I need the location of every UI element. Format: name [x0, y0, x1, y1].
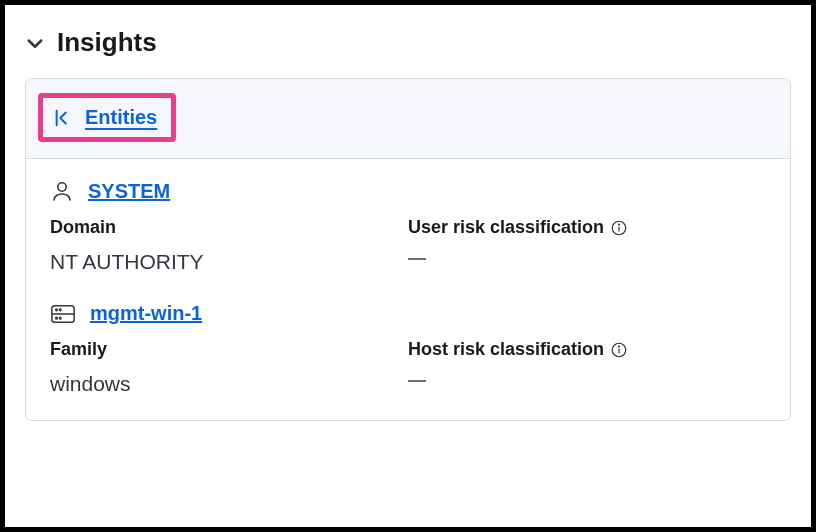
svg-point-10: [59, 317, 61, 319]
storage-icon: [50, 303, 76, 325]
insights-panel: Entities SYSTEM Domain NT AUTHORITY: [25, 78, 791, 421]
svg-point-1: [58, 183, 66, 191]
chevron-down-icon[interactable]: [25, 33, 45, 53]
info-icon[interactable]: [610, 219, 628, 237]
panel-header: Entities: [26, 79, 790, 159]
user-entity: SYSTEM Domain NT AUTHORITY User risk cla…: [50, 179, 766, 274]
panel-body: SYSTEM Domain NT AUTHORITY User risk cla…: [26, 159, 790, 420]
host-risk-label-text: Host risk classification: [408, 339, 604, 360]
host-name-link[interactable]: mgmt-win-1: [90, 302, 202, 325]
host-family-field: Family windows: [50, 339, 408, 396]
user-risk-field: User risk classification: [408, 217, 766, 274]
host-entity: mgmt-win-1 Family windows Host risk clas…: [50, 302, 766, 396]
user-risk-value: [408, 258, 426, 260]
entities-link[interactable]: Entities: [85, 106, 157, 129]
user-risk-label: User risk classification: [408, 217, 766, 238]
host-entity-title: mgmt-win-1: [50, 302, 766, 325]
user-icon: [50, 179, 74, 203]
user-risk-label-text: User risk classification: [408, 217, 604, 238]
info-icon[interactable]: [610, 341, 628, 359]
section-header: Insights: [25, 27, 791, 58]
svg-point-8: [59, 308, 61, 310]
collapse-left-icon[interactable]: [53, 107, 75, 129]
host-fields: Family windows Host risk classification: [50, 339, 766, 396]
user-domain-label: Domain: [50, 217, 408, 238]
svg-point-13: [619, 346, 620, 347]
user-domain-field: Domain NT AUTHORITY: [50, 217, 408, 274]
host-family-label: Family: [50, 339, 408, 360]
host-risk-field: Host risk classification: [408, 339, 766, 396]
entities-highlight: Entities: [38, 93, 176, 142]
section-title: Insights: [57, 27, 157, 58]
host-risk-value: [408, 380, 426, 382]
svg-point-9: [56, 317, 58, 319]
user-fields: Domain NT AUTHORITY User risk classifica…: [50, 217, 766, 274]
host-family-value: windows: [50, 372, 408, 396]
user-entity-title: SYSTEM: [50, 179, 766, 203]
host-risk-label: Host risk classification: [408, 339, 766, 360]
user-name-link[interactable]: SYSTEM: [88, 180, 170, 203]
svg-point-7: [56, 308, 58, 310]
svg-point-4: [619, 224, 620, 225]
user-domain-value: NT AUTHORITY: [50, 250, 408, 274]
